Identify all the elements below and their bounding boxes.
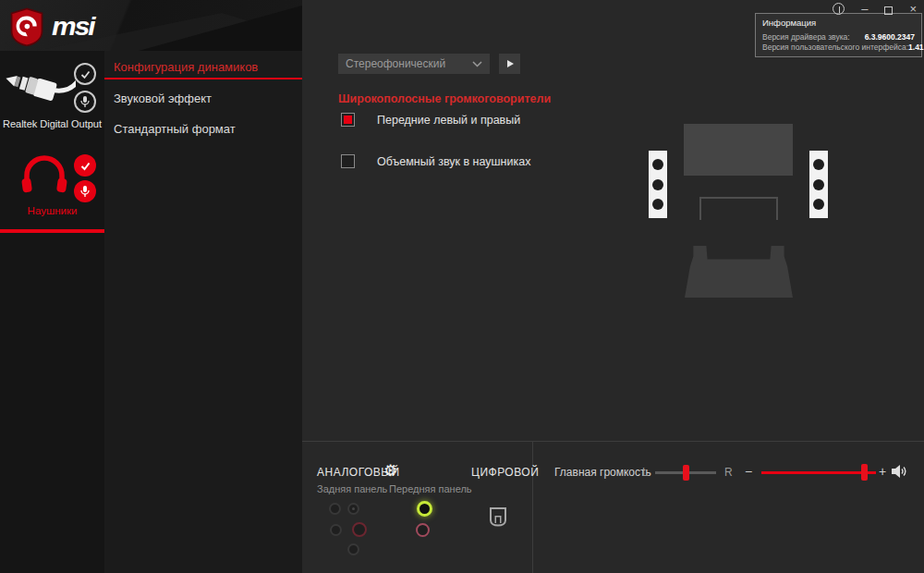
checkbox-box[interactable] <box>341 113 355 127</box>
back-jack-4[interactable] <box>352 522 367 537</box>
msi-shield-icon <box>9 7 44 46</box>
device-label: Наушники <box>0 205 104 216</box>
msi-logo: msi <box>9 7 94 46</box>
section-title: Широкополосные громкоговорители <box>338 92 551 105</box>
device-realtek-digital-output[interactable]: Realtek Digital Output <box>0 55 104 134</box>
checkbox-label: Передние левый и правый <box>377 114 520 127</box>
info-popup: Информация Версия драйвера звука: 6.3.96… <box>755 13 922 57</box>
ui-version-label: Версия пользовательского интерфейса: <box>762 43 908 53</box>
speaker-mute-icon[interactable] <box>892 464 907 479</box>
back-jack-2[interactable] <box>347 503 359 515</box>
menu-item-sound-effect[interactable]: Звуковой эффект <box>114 91 212 105</box>
headphones-icon <box>18 151 70 199</box>
checkbox-front-left-right[interactable]: Передние левый и правый <box>341 113 520 127</box>
front-jack-mic[interactable] <box>416 523 430 537</box>
left-speaker-illustration <box>649 151 667 218</box>
active-menu-underline <box>104 78 302 79</box>
checkbox-label: Объемный звук в наушниках <box>377 155 530 168</box>
header: msi <box>0 0 302 51</box>
driver-version-label: Версия драйвера звука: <box>762 32 850 43</box>
realtek-audio-console-window: msi – × Информация Версия драйвера звука… <box>0 0 924 573</box>
balance-slider[interactable] <box>655 471 716 474</box>
volume-decrease-button[interactable]: − <box>745 464 752 479</box>
speaker-mode-dropdown[interactable]: Стереофонический <box>338 54 490 74</box>
device-label: Realtek Digital Output <box>0 118 104 129</box>
brand-name: msi <box>52 12 94 41</box>
maximize-button[interactable] <box>884 6 893 15</box>
menu-item-speaker-config[interactable]: Конфигурация динамиков <box>114 60 258 74</box>
back-panel-label: Задняя панель <box>317 483 387 494</box>
dropdown-selected-value: Стереофонический <box>346 57 472 70</box>
back-jack-3[interactable] <box>330 524 342 536</box>
digital-section-label: ЦИФРОВОЙ <box>471 466 539 479</box>
checkbox-headphone-surround[interactable]: Объемный звук в наушниках <box>341 154 530 168</box>
microphone-icon[interactable] <box>74 180 96 202</box>
info-popup-title: Информация <box>762 18 915 28</box>
ui-version-value: 1.41.288.0 <box>908 43 924 53</box>
device-headphones[interactable]: Наушники <box>0 148 104 236</box>
menu: Конфигурация динамиков Звуковой эффект С… <box>104 51 302 573</box>
master-volume-label: Главная громкость <box>554 466 651 479</box>
balance-right-label: R <box>724 466 733 479</box>
right-speaker-illustration <box>809 151 828 218</box>
menu-item-default-format[interactable]: Стандартный формат <box>114 122 236 136</box>
close-button[interactable]: × <box>909 2 917 16</box>
optical-output-icon[interactable] <box>487 506 509 528</box>
playback-check-icon[interactable] <box>74 154 96 177</box>
playback-check-icon[interactable] <box>74 63 96 85</box>
titlebar-controls: – × <box>833 2 917 16</box>
balance-slider-handle[interactable] <box>683 465 689 481</box>
minimize-button[interactable]: – <box>861 2 868 16</box>
volume-slider[interactable] <box>761 471 876 474</box>
checkbox-box[interactable] <box>341 154 355 168</box>
chevron-down-icon <box>472 61 482 67</box>
balance-left-label: L <box>642 466 649 479</box>
microphone-icon[interactable] <box>74 91 96 113</box>
gear-icon[interactable]: ⚙ <box>383 461 397 481</box>
test-play-button[interactable] <box>499 54 520 74</box>
volume-slider-handle[interactable] <box>861 464 868 481</box>
couch-illustration <box>685 246 793 298</box>
back-jack-5[interactable] <box>347 543 359 555</box>
tv-illustration <box>684 124 793 176</box>
back-jack-1[interactable] <box>329 503 341 515</box>
volume-increase-button[interactable]: + <box>879 464 886 479</box>
front-jack-headphone-active[interactable] <box>417 501 432 517</box>
play-icon <box>507 60 514 67</box>
driver-version-value: 6.3.9600.2347 <box>865 32 915 43</box>
front-panel-label: Передняя панель <box>389 483 472 494</box>
table-illustration <box>699 197 778 220</box>
info-icon[interactable] <box>833 3 845 15</box>
main-content: Стереофонический Широкополосные громкого… <box>302 0 924 573</box>
selected-device-indicator <box>0 229 104 233</box>
audio-jack-plug-icon <box>2 57 76 118</box>
